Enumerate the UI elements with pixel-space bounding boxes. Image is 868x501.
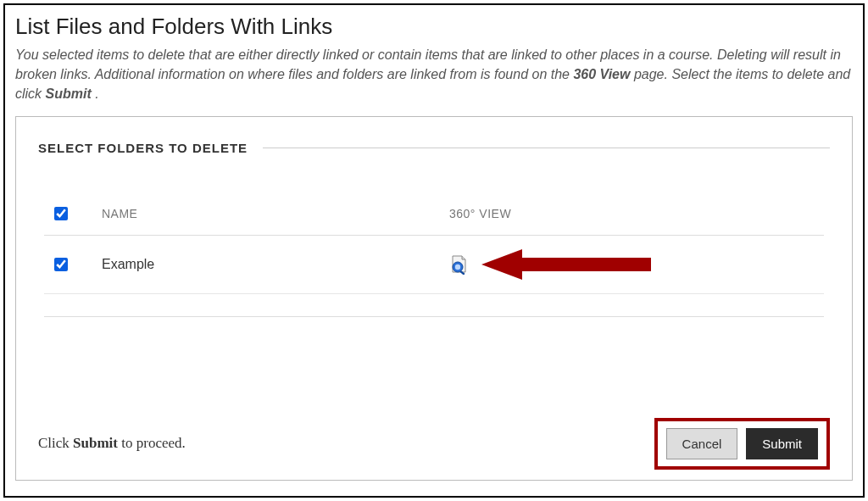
- desc-text-3: .: [95, 86, 98, 101]
- table-row: Example: [44, 236, 824, 294]
- cancel-button[interactable]: Cancel: [666, 428, 738, 459]
- select-all-cell: [51, 204, 102, 223]
- row-checkbox[interactable]: [54, 258, 68, 271]
- row-name: Example: [102, 257, 449, 272]
- annotation-arrow-icon: [481, 248, 651, 281]
- svg-marker-3: [481, 249, 651, 280]
- page-title: List Files and Folders With Links: [15, 14, 853, 40]
- select-all-checkbox[interactable]: [54, 207, 68, 220]
- footer-row: Click Submit to proceed. Cancel Submit: [38, 418, 830, 470]
- divider: [44, 316, 824, 317]
- footer-prompt: Click Submit to proceed.: [38, 435, 186, 452]
- desc-360view: 360 View: [573, 67, 630, 81]
- row-checkbox-cell: [51, 255, 102, 274]
- submit-button[interactable]: Submit: [746, 428, 818, 459]
- page-frame: List Files and Folders With Links You se…: [3, 3, 865, 498]
- desc-submit: Submit: [46, 86, 92, 101]
- row-view-cell: [449, 248, 817, 281]
- svg-point-1: [455, 264, 460, 269]
- table-header-row: NAME 360° VIEW: [44, 192, 824, 236]
- 360-view-icon[interactable]: [449, 254, 470, 275]
- section-header: SELECT FOLDERS TO DELETE: [38, 141, 830, 155]
- section-title: SELECT FOLDERS TO DELETE: [38, 141, 248, 155]
- items-table: NAME 360° VIEW Example: [44, 192, 824, 294]
- footer-text-1: Click: [38, 435, 73, 451]
- footer-submit-word: Submit: [73, 435, 118, 451]
- col-name-header: NAME: [102, 207, 449, 220]
- action-button-highlight: Cancel Submit: [654, 418, 830, 470]
- col-view-header: 360° VIEW: [449, 207, 817, 220]
- section-rule: [263, 148, 830, 148]
- content-panel: SELECT FOLDERS TO DELETE NAME 360° VIEW …: [15, 116, 853, 481]
- footer-text-2: to proceed.: [118, 435, 186, 451]
- page-description: You selected items to delete that are ei…: [15, 45, 853, 104]
